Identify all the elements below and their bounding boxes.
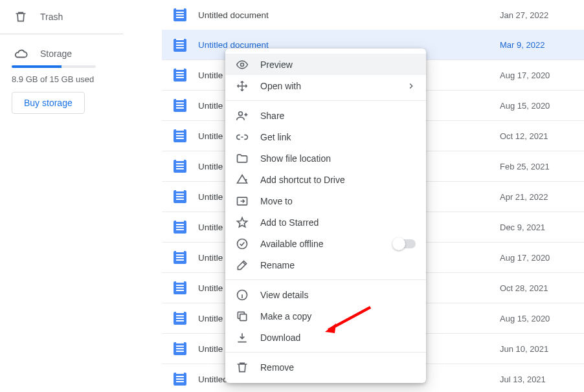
menu-item-add-shortcut[interactable]: Add shortcut to Drive bbox=[225, 169, 426, 190]
menu-label: Open with bbox=[260, 81, 407, 91]
sidebar: Trash Storage 8.9 GB of 15 GB used Buy s… bbox=[0, 0, 123, 114]
file-date: Jan 27, 2022 bbox=[500, 10, 584, 20]
offline-check-icon bbox=[236, 237, 249, 250]
trash-icon bbox=[236, 361, 249, 374]
menu-item-show-location[interactable]: Show file location bbox=[225, 147, 426, 169]
download-icon bbox=[236, 331, 249, 344]
person-add-icon bbox=[236, 109, 249, 122]
menu-item-open-with[interactable]: Open with bbox=[225, 75, 426, 96]
file-date: Dec 9, 2021 bbox=[500, 223, 584, 232]
menu-label: Add shortcut to Drive bbox=[260, 175, 416, 185]
file-date: Apr 21, 2022 bbox=[500, 192, 584, 202]
copy-icon bbox=[236, 310, 249, 323]
menu-label: Preview bbox=[260, 60, 416, 70]
file-date: Jun 10, 2021 bbox=[500, 344, 584, 354]
menu-item-make-copy[interactable]: Make a copy bbox=[225, 305, 426, 327]
menu-item-download[interactable]: Download bbox=[225, 327, 426, 348]
menu-item-rename[interactable]: Rename bbox=[225, 254, 426, 276]
docs-file-icon bbox=[174, 342, 186, 355]
context-menu: Preview Open with Share Get link Show fi… bbox=[225, 49, 426, 383]
menu-label: Add to Starred bbox=[260, 217, 416, 228]
file-name: Untitled document bbox=[198, 10, 500, 20]
menu-label: Get link bbox=[260, 132, 416, 142]
menu-item-view-details[interactable]: View details bbox=[225, 284, 426, 305]
info-icon bbox=[236, 289, 249, 301]
link-icon bbox=[236, 131, 249, 144]
menu-label: Show file location bbox=[260, 153, 416, 164]
docs-file-icon bbox=[174, 129, 186, 142]
star-icon bbox=[236, 216, 249, 229]
buy-storage-button[interactable]: Buy storage bbox=[12, 92, 85, 114]
docs-file-icon bbox=[174, 312, 186, 325]
svg-point-3 bbox=[238, 239, 247, 248]
file-date: Aug 15, 2020 bbox=[500, 314, 584, 323]
svg-point-0 bbox=[241, 63, 244, 66]
chevron-right-icon bbox=[407, 82, 416, 91]
menu-label: Available offline bbox=[260, 239, 394, 249]
sidebar-separator bbox=[0, 34, 123, 34]
docs-file-icon bbox=[174, 69, 186, 82]
menu-label: Move to bbox=[260, 196, 416, 206]
file-date: Aug 17, 2020 bbox=[500, 71, 584, 80]
eye-icon bbox=[236, 58, 249, 71]
docs-file-icon bbox=[174, 373, 186, 386]
menu-separator bbox=[225, 100, 426, 101]
storage-meter bbox=[0, 65, 123, 68]
menu-label: View details bbox=[260, 290, 416, 300]
menu-label: Remove bbox=[260, 362, 416, 373]
menu-label: Make a copy bbox=[260, 311, 416, 321]
cloud-icon bbox=[13, 46, 28, 61]
drive-shortcut-icon bbox=[236, 173, 249, 186]
docs-file-icon bbox=[174, 160, 186, 173]
file-date: Oct 28, 2021 bbox=[500, 283, 584, 293]
menu-item-move-to[interactable]: Move to bbox=[225, 190, 426, 212]
trash-icon bbox=[13, 9, 28, 25]
pencil-icon bbox=[236, 259, 249, 272]
menu-item-preview[interactable]: Preview bbox=[225, 54, 426, 75]
menu-label: Download bbox=[260, 332, 416, 343]
menu-separator bbox=[225, 352, 426, 353]
svg-rect-5 bbox=[240, 314, 247, 320]
menu-separator bbox=[225, 279, 426, 280]
move-arrows-icon bbox=[236, 80, 249, 93]
menu-label: Rename bbox=[260, 260, 416, 270]
file-date: Aug 17, 2020 bbox=[500, 253, 584, 263]
menu-item-get-link[interactable]: Get link bbox=[225, 126, 426, 147]
docs-file-icon bbox=[174, 190, 186, 203]
file-date: Jul 13, 2021 bbox=[500, 375, 584, 384]
folder-icon bbox=[236, 152, 249, 165]
docs-file-icon bbox=[174, 99, 186, 112]
svg-point-1 bbox=[239, 111, 243, 115]
file-row[interactable]: Untitled documentJan 27, 2022 bbox=[162, 0, 584, 30]
move-to-icon bbox=[236, 195, 249, 208]
menu-item-available-offline[interactable]: Available offline bbox=[225, 233, 426, 254]
file-date: Feb 25, 2021 bbox=[500, 162, 584, 171]
menu-item-add-starred[interactable]: Add to Starred bbox=[225, 212, 426, 233]
sidebar-trash-label: Trash bbox=[40, 12, 63, 22]
sidebar-storage-label: Storage bbox=[40, 49, 72, 59]
file-date: Oct 12, 2021 bbox=[500, 131, 584, 141]
file-date: Mar 9, 2022 bbox=[500, 40, 584, 50]
docs-file-icon bbox=[174, 221, 186, 234]
docs-file-icon bbox=[174, 251, 186, 264]
file-date: Aug 15, 2020 bbox=[500, 101, 584, 111]
sidebar-item-trash[interactable]: Trash bbox=[0, 4, 123, 30]
docs-file-icon bbox=[174, 8, 186, 21]
menu-label: Share bbox=[260, 111, 416, 121]
menu-item-remove[interactable]: Remove bbox=[225, 356, 426, 378]
menu-item-share[interactable]: Share bbox=[225, 105, 426, 126]
docs-file-icon bbox=[174, 39, 186, 52]
storage-used-text: 8.9 GB of 15 GB used bbox=[0, 74, 123, 92]
offline-toggle[interactable] bbox=[394, 239, 416, 248]
sidebar-item-storage[interactable]: Storage bbox=[0, 41, 123, 67]
docs-file-icon bbox=[174, 281, 186, 294]
